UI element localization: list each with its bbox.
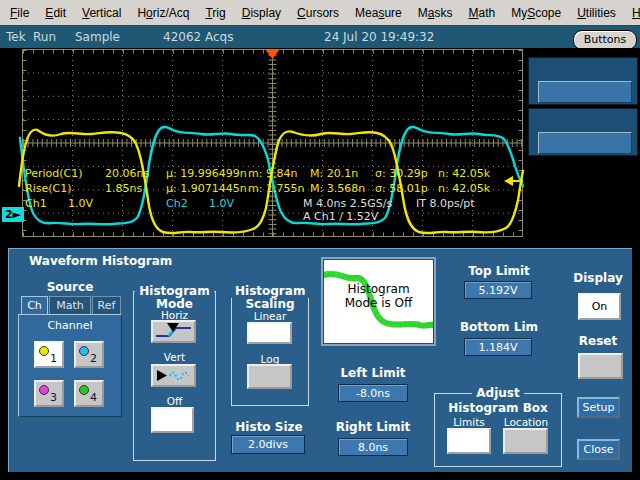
bottom-limit-label: Bottom Lim [449,320,549,334]
measurement-value-1: 20.06ns [105,168,149,180]
preview-text: Histogram Mode is Off [324,282,433,310]
measurement-count-2: n: 42.05k [438,183,490,195]
bottom-limit-value[interactable]: 1.184V [464,338,532,356]
menu-item-edit[interactable]: Edit [37,6,74,20]
ch1-scale: 1.0V [68,198,93,210]
scaling-log-button[interactable] [247,364,292,389]
timebase-readout: M 4.0ns 2.5GS/s [303,198,392,210]
display-on-button[interactable]: On [578,293,621,320]
oscilloscope-screen: File Edit Vertical Horiz/Acq Trig Displa… [0,0,640,480]
channel-1-num: 1 [50,352,57,365]
histo-size-value[interactable]: 2.0divs [231,435,305,454]
ch2-scale: 1.0V [209,198,234,210]
left-limit-value[interactable]: -8.0ns [338,384,408,402]
datetime-readout: 24 Jul 20 19:49:32 [324,30,434,44]
mode-vert-button[interactable] [151,364,196,387]
tek-logo: Tek [6,30,26,44]
menu-item-cursors[interactable]: Cursors [289,6,347,20]
channel-2-num: 2 [90,352,97,365]
ch2-label: Ch2 [166,198,188,210]
measurement-name-1: Period(C1) [25,168,83,180]
side-readout-frame-1 [528,57,638,105]
acq-count: 42062 Acqs [163,30,233,44]
acq-mode: Sample [75,30,120,44]
ch4-color-dot-icon [79,385,89,395]
channel-1-button[interactable]: 1 [34,341,64,368]
ch3-color-dot-icon [39,385,49,395]
menu-item-utilities[interactable]: Utilities [569,6,624,20]
measurement-sigma-1: σ: 30.29p [375,168,428,180]
menu-item-masks[interactable]: Masks [410,6,461,20]
scaling-linear-label: Linear [231,310,309,322]
ch1-color-dot-icon [39,346,49,356]
mode-off-label: Off [133,395,216,407]
close-button[interactable]: Close [577,439,620,460]
menu-bar: File Edit Vertical Horiz/Acq Trig Displa… [0,0,640,26]
measurement-mean-1: μ: 19.996499n [166,168,247,180]
adjust-location-button[interactable] [503,428,548,454]
waveform-display-area: Period(C1) 20.06ns μ: 19.996499n m: 9.84… [0,48,640,248]
adjust-group-label: Adjust [434,386,562,400]
source-label: Source [18,280,122,294]
mode-off-button[interactable] [151,407,194,433]
channel-4-num: 4 [90,391,97,404]
measurement-max-2: M: 3.568n [310,183,365,195]
tab-ch[interactable]: Ch [21,296,48,315]
buttons-button[interactable]: Buttons [573,30,637,50]
right-limit-label: Right Limit [335,420,411,434]
panel-title: Waveform Histogram [29,254,172,268]
mode-vert-label: Vert [133,351,216,363]
menu-item-display[interactable]: Display [234,6,289,20]
measurement-value-2: 1.85ns [105,183,142,195]
channel-label: Channel [19,319,121,332]
acq-state: Run [33,30,56,44]
scaling-group-label: Histogram [231,284,309,298]
menu-item-myscope[interactable]: MyScope [503,6,569,20]
side-readout-1[interactable] [538,81,632,103]
trigger-position-icon [265,49,280,59]
adjust-location-label: Location [501,416,551,428]
menu-item-trig[interactable]: Trig [197,6,233,20]
side-readout-frame-2 [528,108,638,156]
top-limit-value[interactable]: 5.192V [464,281,532,299]
measurement-max-1: M: 20.1n [310,168,358,180]
menu-item-help[interactable]: Help [624,6,640,20]
channel-4-button[interactable]: 4 [74,380,104,407]
channel-2-button[interactable]: 2 [74,341,104,368]
top-limit-label: Top Limit [449,264,549,278]
adjust-limits-button[interactable] [447,428,491,454]
menu-item-horiz-acq[interactable]: Horiz/Acq [129,6,197,20]
scaling-linear-button[interactable] [247,322,292,344]
trigger-readout: A Ch1 / 1.52V [303,211,378,223]
histogram-preview-box: Histogram Mode is Off [323,259,434,344]
mode-group-label: Histogram [133,284,216,298]
reset-button[interactable] [578,353,623,379]
menu-item-measure[interactable]: Measure [347,6,410,20]
status-bar: Tek Run Sample 42062 Acqs 24 Jul 20 19:4… [0,26,640,48]
measurement-count-1: n: 42.05k [438,168,490,180]
measurement-name-2: Rise(C1) [25,183,71,195]
channel-3-button[interactable]: 3 [34,380,64,407]
histogram-control-panel: Waveform Histogram Source Ch Math Ref Ch… [8,248,632,472]
setup-button[interactable]: Setup [577,397,620,418]
measurement-min-2: m: 1.755n [248,183,304,195]
menu-item-file[interactable]: File [2,6,37,20]
source-box: Channel 1 2 3 4 [18,314,122,417]
ch2-ground-marker[interactable]: 2► [2,207,24,222]
sampling-readout: IT 8.0ps/pt [416,198,475,210]
mode-horiz-button[interactable] [151,320,196,343]
side-readout-2[interactable] [538,132,632,154]
menu-item-math[interactable]: Math [460,6,503,20]
tab-math[interactable]: Math [49,296,91,315]
channel-3-num: 3 [50,391,57,404]
ch1-label: Ch1 [25,198,47,210]
measurement-sigma-2: σ: 58.01p [375,183,428,195]
menu-item-vertical[interactable]: Vertical [74,6,129,20]
adjust-limits-label: Limits [445,416,493,428]
scaling-sublabel: Scaling [231,297,309,311]
histogram-box-label: Histogram Box [434,401,562,415]
right-limit-value[interactable]: 8.0ns [338,438,408,456]
ch2-color-dot-icon [79,346,89,356]
tab-ref[interactable]: Ref [92,296,121,315]
measurement-mean-2: μ: 1.9071445n [166,183,247,195]
